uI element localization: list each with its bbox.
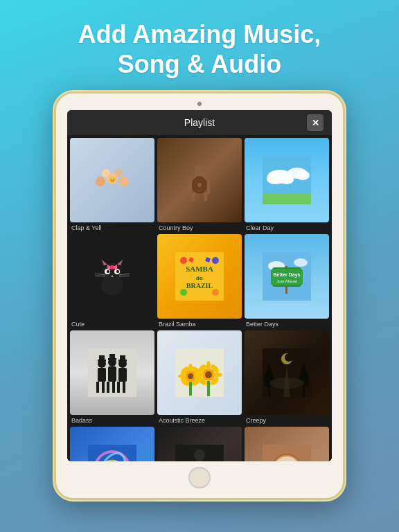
list-item[interactable] — [245, 427, 329, 461]
thumbnail-brazil-samba: SAMBA do BRAZIL — [157, 234, 242, 319]
list-item[interactable]: Badass — [70, 330, 154, 424]
svg-point-14 — [197, 183, 202, 187]
svg-point-1 — [96, 177, 105, 186]
svg-rect-71 — [109, 354, 115, 360]
page-headline: Add Amazing Music, Song & Audio — [78, 19, 321, 79]
svg-rect-75 — [123, 382, 125, 393]
ipad-device: Playlist ✕ 😊 — [54, 91, 345, 500]
svg-point-108 — [269, 378, 304, 389]
list-item[interactable]: Better Days Just Ahead Better Days — [245, 234, 329, 328]
svg-rect-89 — [189, 382, 192, 396]
item-label-better-days: Better Days — [245, 321, 329, 328]
svg-point-83 — [178, 374, 186, 378]
svg-point-80 — [188, 373, 193, 379]
list-item[interactable] — [157, 427, 242, 461]
svg-rect-63 — [102, 382, 105, 393]
thumbnail-clap-yell: 😊 — [70, 138, 154, 222]
thumbnail-better-days: Better Days Just Ahead — [245, 234, 329, 319]
svg-rect-67 — [108, 366, 116, 382]
svg-text:BRAZIL: BRAZIL — [186, 282, 213, 290]
svg-rect-12 — [207, 180, 210, 194]
svg-point-31 — [107, 270, 109, 273]
list-item[interactable] — [70, 427, 154, 461]
thumbnail-cute — [70, 234, 154, 319]
svg-rect-74 — [117, 382, 120, 393]
svg-rect-9 — [192, 193, 195, 201]
svg-rect-65 — [99, 355, 105, 361]
svg-text:SAMBA: SAMBA — [186, 265, 213, 273]
svg-point-81 — [188, 364, 193, 372]
list-item[interactable]: 😊 Clap & Yell — [70, 138, 154, 231]
item-label-creepy: Creepy — [245, 417, 329, 424]
item-label-acoustic-breeze: Acouistic Breeze — [157, 417, 242, 424]
svg-text:Just Ahead: Just Ahead — [276, 279, 297, 283]
list-item[interactable]: Cute — [70, 234, 154, 328]
svg-point-92 — [206, 361, 211, 371]
svg-rect-68 — [107, 382, 109, 393]
thumbnail-badass — [70, 330, 154, 415]
item-label-clap-yell: Clap & Yell — [70, 224, 154, 231]
playlist-title: Playlist — [184, 117, 215, 128]
list-item[interactable]: Country Boy — [157, 138, 242, 231]
svg-text:Better Days: Better Days — [274, 272, 301, 278]
item-label-badass: Badass — [70, 417, 154, 424]
svg-point-36 — [110, 265, 114, 269]
svg-point-95 — [213, 373, 222, 377]
svg-point-94 — [195, 373, 204, 377]
svg-rect-61 — [98, 368, 106, 382]
svg-rect-11 — [189, 180, 192, 194]
playlist-grid: 😊 Clap & Yell — [67, 135, 332, 461]
svg-point-110 — [285, 353, 293, 362]
headline-line1: Add Amazing Music, — [78, 20, 321, 48]
list-item[interactable]: Clear Day — [245, 138, 329, 231]
thumbnail-blue — [70, 427, 154, 461]
svg-point-44 — [180, 289, 187, 296]
list-item[interactable]: Creepy — [245, 330, 329, 424]
item-label-clear-day: Clear Day — [245, 224, 329, 231]
thumbnail-clear-day — [245, 138, 329, 222]
thumbnail-coffee — [245, 427, 329, 461]
item-label-cute: Cute — [70, 321, 154, 328]
thumbnail-country-boy — [157, 138, 242, 222]
headline-line2: Song & Audio — [118, 50, 282, 78]
thumbnail-creepy — [245, 330, 329, 415]
close-button[interactable]: ✕ — [307, 114, 323, 131]
svg-point-20 — [296, 170, 310, 180]
ipad-screen: Playlist ✕ 😊 — [67, 110, 332, 461]
svg-rect-21 — [263, 194, 311, 204]
svg-rect-100 — [207, 381, 210, 396]
svg-rect-62 — [96, 382, 99, 393]
svg-text:do: do — [196, 275, 203, 281]
svg-point-42 — [180, 257, 187, 264]
svg-text:😊: 😊 — [109, 176, 116, 183]
svg-point-43 — [212, 257, 219, 264]
playlist-header: Playlist ✕ — [67, 110, 332, 135]
svg-point-53 — [294, 258, 308, 267]
svg-rect-69 — [112, 382, 115, 393]
list-item[interactable]: Acouistic Breeze — [157, 330, 242, 424]
item-label-brazil-samba: Brazil Samba — [157, 321, 242, 328]
svg-rect-73 — [118, 368, 127, 382]
svg-rect-77 — [120, 355, 125, 361]
svg-point-116 — [194, 450, 205, 461]
svg-point-45 — [212, 289, 219, 296]
thumbnail-guitar — [157, 427, 242, 461]
list-item[interactable]: SAMBA do BRAZIL Brazil Samba — [157, 234, 242, 328]
svg-point-32 — [116, 270, 119, 273]
svg-point-2 — [119, 177, 129, 186]
camera-dot — [197, 102, 202, 106]
home-button[interactable] — [188, 467, 211, 489]
svg-point-91 — [205, 371, 212, 378]
thumbnail-acoustic-breeze — [157, 330, 242, 415]
svg-rect-10 — [204, 193, 207, 201]
item-label-country-boy: Country Boy — [157, 224, 242, 231]
